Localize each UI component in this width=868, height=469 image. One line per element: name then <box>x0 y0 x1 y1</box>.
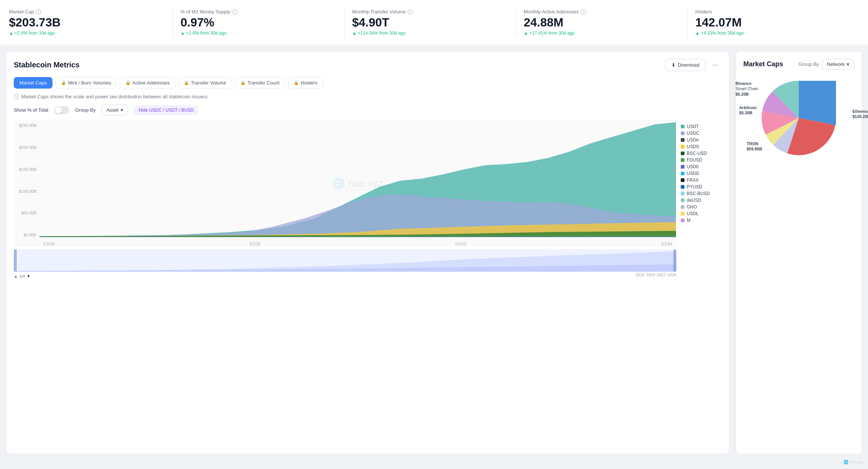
right-group-by-label: Group By <box>798 61 819 67</box>
group-by-label: Group By <box>75 107 96 113</box>
up-arrow-3: ▲ <box>524 31 528 36</box>
hide-stables-button[interactable]: Hide USDC / USDT / BUSD <box>134 105 198 115</box>
header-actions: ⬇ Download ··· <box>665 59 722 71</box>
mini-chart[interactable] <box>14 249 676 272</box>
group-by-value: Asset <box>106 107 119 113</box>
mini-x-label-1: 2020 <box>646 272 655 278</box>
top-stats-bar: Market Cap i $203.73B ▲ +2.6% from 30d a… <box>0 0 868 45</box>
tab-transfer-count[interactable]: 🔒Transfer Count <box>235 77 285 89</box>
legend-item-4: BSC-USD <box>681 150 722 156</box>
bsc-label: Binance Smart Chain $5.20B <box>735 81 758 97</box>
chevron-down-icon-right: ▾ <box>847 61 849 67</box>
stat-label-3: Monthly Active Addresses i <box>524 9 680 15</box>
mini-chart-right-handle[interactable] <box>673 249 676 272</box>
tab-label-2: Active Addresses <box>133 80 170 86</box>
legend-dot-14 <box>681 218 684 222</box>
legend-label-3: USDS <box>687 144 699 149</box>
stat-info-icon-0[interactable]: i <box>36 9 41 15</box>
download-label: Download <box>678 62 699 68</box>
legend-label-12: GHO <box>687 204 697 210</box>
chart-area: $250.00B$200.00B$150.00B$100.00B$50.00B$… <box>14 120 676 246</box>
tab-mint---burn-volumes[interactable]: 🔒Mint / Burn Volumes <box>55 77 117 89</box>
tab-active-addresses[interactable]: 🔒Active Addresses <box>120 77 175 89</box>
bsc-amount: $5.20B <box>735 92 758 97</box>
download-icon: ⬇ <box>671 62 676 68</box>
arbitrum-amount: $5.30B <box>739 110 756 115</box>
stat-change-3: ▲ +17.41% from 30d ago <box>524 31 680 36</box>
tab-label-1: Mint / Burn Volumes <box>68 80 111 86</box>
arbitrum-label: Arbitrum $5.30B <box>739 105 756 116</box>
ethereum-label: Ethereum $120.20B <box>852 109 868 119</box>
tab-label-0: Market Caps <box>19 80 47 86</box>
legend-dot-8 <box>681 178 684 182</box>
right-group-by-value: Network <box>827 61 845 67</box>
legend-label-4: BSC-USD <box>687 151 707 156</box>
stat-change-4: ▲ +4.33% from 30d ago <box>695 31 852 36</box>
bsc-name: Binance <box>735 81 758 86</box>
legend-dot-10 <box>681 192 684 195</box>
legend-label-10: BSC-BUSD <box>687 191 710 196</box>
stat-value-1: 0.97% <box>181 16 337 29</box>
download-button[interactable]: ⬇ Download <box>665 59 706 71</box>
stat-change-0: ▲ +2.6% from 30d ago <box>9 31 165 36</box>
lock-icon-1: 🔒 <box>61 80 66 85</box>
legend-item-12: GHO <box>681 204 722 210</box>
legend-dot-11 <box>681 198 684 202</box>
legend-dot-1 <box>681 131 684 135</box>
legend-dot-5 <box>681 158 684 162</box>
right-panel: Market Caps Group By Network ▾ <box>735 51 862 454</box>
legend-label-13: USDL <box>687 211 699 216</box>
y-axis-label-0: $250.00B <box>19 123 36 128</box>
pie-chart-container: Binance Smart Chain $5.20B Arbitrum $5.3… <box>747 77 851 159</box>
right-group-by-select[interactable]: Network ▾ <box>822 59 854 70</box>
legend-dot-3 <box>681 145 684 149</box>
legend: USDTUSDCUSDeUSDSBSC-USDFDUSDUSD0USDDFRAX… <box>681 124 722 223</box>
down-triangle[interactable]: ▼ <box>26 274 31 278</box>
more-options-button[interactable]: ··· <box>709 59 722 71</box>
y-axis-label-3: $100.00B <box>19 189 36 194</box>
y-axis-label-1: $200.00B <box>19 145 36 150</box>
legend-label-8: FRAX <box>687 178 699 183</box>
legend-item-8: FRAX <box>681 177 722 183</box>
stat-item-3: Monthly Active Addresses i 24.88M ▲ +17.… <box>516 6 688 39</box>
up-arrow-2: ▲ <box>352 31 357 36</box>
right-group-by: Group By Network ▾ <box>798 59 854 70</box>
mini-chart-left-handle[interactable] <box>14 249 17 272</box>
x-axis: 1/1/181/1/201/1/221/1/24 <box>39 242 676 246</box>
stat-item-0: Market Cap i $203.73B ▲ +2.6% from 30d a… <box>9 6 173 39</box>
legend-dot-0 <box>681 125 684 128</box>
tabs-row: Market Caps🔒Mint / Burn Volumes🔒Active A… <box>14 77 722 89</box>
stat-info-icon-3[interactable]: i <box>581 9 586 15</box>
legend-label-14: M <box>687 218 690 223</box>
lock-icon-5: 🔒 <box>294 80 299 85</box>
show-pct-toggle[interactable] <box>54 106 69 114</box>
stat-info-icon-1[interactable]: i <box>232 9 237 15</box>
stat-change-2: ▲ +114.34% from 30d ago <box>352 31 508 36</box>
y-axis-label-4: $50.00B <box>21 211 36 215</box>
x-axis-label-0: 1/1/18 <box>43 242 55 246</box>
page-num: 1/4 <box>19 274 25 278</box>
legend-item-14: M <box>681 217 722 223</box>
legend-dot-6 <box>681 165 684 169</box>
tab-label-3: Transfer Volume <box>191 80 226 86</box>
tab-transfer-volume[interactable]: 🔒Transfer Volume <box>178 77 232 89</box>
legend-dot-9 <box>681 185 684 189</box>
panel-header: Stablecoin Metrics ⬇ Download ··· <box>14 59 722 71</box>
legend-dot-12 <box>681 205 684 209</box>
legend-item-6: USD0 <box>681 164 722 170</box>
info-icon: i <box>14 94 19 99</box>
tab-market-caps[interactable]: Market Caps <box>14 77 52 89</box>
stat-label-4: Holders <box>695 9 852 15</box>
tron-amount: $59.80B <box>747 146 762 151</box>
pagination: ▲ 1/4 ▼ <box>14 274 31 278</box>
stat-value-2: $4.90T <box>352 16 508 29</box>
controls-row: Show % of Total Group By Asset ▾ Hide US… <box>14 105 722 115</box>
legend-label-6: USD0 <box>687 164 699 169</box>
up-arrow-1: ▲ <box>181 31 185 36</box>
tab-holders[interactable]: 🔒Holders <box>288 77 323 89</box>
y-axis-label-5: $0.00K <box>23 233 36 237</box>
up-arrow-0: ▲ <box>9 31 13 36</box>
ethereum-name: Ethereum <box>852 109 868 114</box>
stat-info-icon-2[interactable]: i <box>408 9 413 15</box>
group-by-select[interactable]: Asset ▾ <box>102 105 128 115</box>
